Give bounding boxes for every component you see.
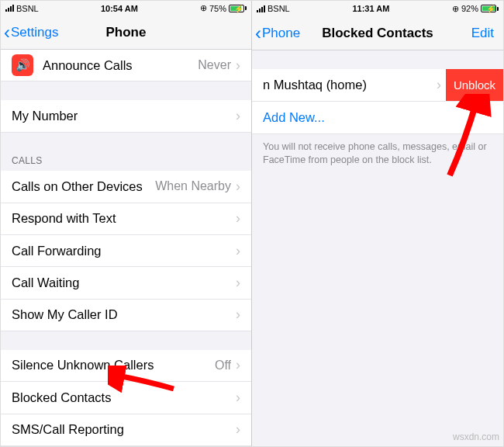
- status-bar: BSNL 11:31 AM ⊕ 92% ⚡: [252, 1, 503, 16]
- row-label: Call Forwarding: [12, 244, 236, 258]
- settings-phone-screen: BSNL 10:54 AM ⊕ 75% ⚡ ‹ Settings Phone 🔊…: [1, 1, 252, 446]
- carrier-label: BSNL: [16, 4, 39, 13]
- edit-button[interactable]: Edit: [471, 26, 503, 41]
- section-header-calls: CALLS: [1, 151, 251, 171]
- status-bar: BSNL 10:54 AM ⊕ 75% ⚡: [1, 1, 251, 16]
- nav-bar: ‹ Phone Blocked Contacts Edit: [252, 16, 503, 50]
- row-label: Respond with Text: [12, 211, 236, 226]
- back-label: Settings: [11, 25, 58, 40]
- back-label: Phone: [262, 26, 300, 41]
- row-label: Blocked Contacts: [12, 390, 236, 405]
- row-blocked-entry[interactable]: n Mushtaq (home) › Unblock: [252, 69, 503, 102]
- row-label: SMS/Call Reporting: [12, 422, 236, 437]
- battery-pct: 75%: [209, 4, 226, 13]
- row-label: Call Waiting: [12, 275, 236, 290]
- battery-icon: ⚡: [229, 5, 247, 12]
- row-call-forwarding[interactable]: Call Forwarding ›: [1, 235, 251, 267]
- chevron-right-icon: ›: [236, 243, 240, 259]
- back-button[interactable]: ‹ Phone: [252, 24, 300, 43]
- row-value: Never: [198, 58, 231, 72]
- row-label: Calls on Other Devices: [12, 179, 155, 194]
- row-silence-unknown[interactable]: Silence Unknown Callers Off ›: [1, 350, 251, 382]
- blocked-contacts-screen: BSNL 11:31 AM ⊕ 92% ⚡ ‹ Phone Blocked Co…: [252, 1, 503, 446]
- row-my-number[interactable]: My Number ›: [1, 100, 251, 132]
- chevron-right-icon: ›: [236, 357, 240, 373]
- row-value: Off: [215, 359, 231, 372]
- back-button[interactable]: ‹ Settings: [1, 23, 58, 42]
- block-list-footnote: You will not receive phone calls, messag…: [252, 134, 503, 173]
- signal-icon: [5, 5, 14, 12]
- chevron-right-icon: ›: [236, 210, 240, 227]
- chevron-right-icon: ›: [437, 77, 441, 93]
- add-new-label: Add New...: [263, 110, 492, 125]
- row-respond-text[interactable]: Respond with Text ›: [1, 203, 251, 235]
- row-call-waiting[interactable]: Call Waiting ›: [1, 267, 251, 299]
- row-add-new[interactable]: Add New...: [252, 102, 503, 134]
- battery-icon: ⚡: [481, 5, 499, 12]
- row-caller-id[interactable]: Show My Caller ID ›: [1, 300, 251, 331]
- speaker-icon: 🔊: [12, 54, 33, 76]
- row-label: My Number: [12, 109, 236, 123]
- nav-bar: ‹ Settings Phone: [1, 16, 251, 50]
- signal-icon: [257, 5, 265, 12]
- row-sms-reporting[interactable]: SMS/Call Reporting ›: [1, 414, 251, 446]
- row-value: When Nearby: [155, 179, 231, 193]
- row-blocked-contacts[interactable]: Blocked Contacts ›: [1, 382, 251, 414]
- chevron-right-icon: ›: [236, 108, 240, 124]
- watermark: wsxdn.com: [453, 431, 499, 442]
- row-label: Announce Calls: [43, 58, 198, 73]
- chevron-right-icon: ›: [236, 421, 240, 438]
- chevron-right-icon: ›: [236, 275, 240, 291]
- battery-pct: 92%: [461, 4, 478, 13]
- clock: 11:31 AM: [290, 4, 452, 13]
- chevron-left-icon: ‹: [255, 24, 261, 43]
- unblock-button[interactable]: Unblock: [446, 69, 503, 101]
- contact-name: n Mushtaq (home): [263, 78, 437, 92]
- carrier-label: BSNL: [268, 4, 290, 13]
- clock: 10:54 AM: [39, 4, 200, 13]
- chevron-right-icon: ›: [236, 390, 240, 406]
- chevron-right-icon: ›: [236, 57, 240, 74]
- chevron-left-icon: ‹: [4, 23, 10, 42]
- chevron-right-icon: ›: [236, 307, 240, 323]
- row-announce-calls[interactable]: 🔊 Announce Calls Never ›: [1, 50, 251, 81]
- chevron-right-icon: ›: [236, 178, 240, 195]
- row-label: Silence Unknown Callers: [12, 358, 215, 372]
- row-other-devices[interactable]: Calls on Other Devices When Nearby ›: [1, 171, 251, 203]
- row-label: Show My Caller ID: [12, 307, 236, 322]
